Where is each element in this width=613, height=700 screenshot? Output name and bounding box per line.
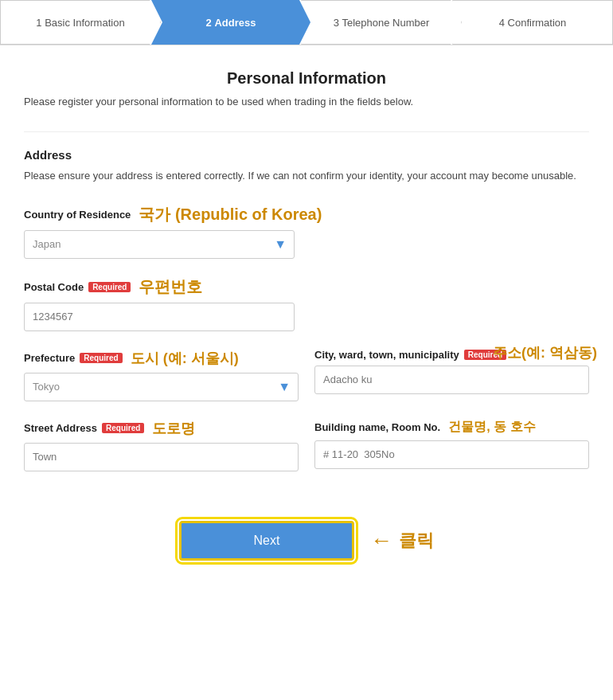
prefecture-label: Prefecture Required 도시 (예: 서울시) <box>24 349 299 368</box>
country-select-wrapper: Japan ▼ <box>24 230 295 259</box>
step-2-address[interactable]: 2 Address <box>151 0 310 45</box>
step-4-confirmation[interactable]: 4 Confirmation <box>452 0 613 45</box>
prefecture-city-row: Prefecture Required 도시 (예: 서울시) Tokyo ▼ … <box>24 349 589 419</box>
prefecture-field-group: Prefecture Required 도시 (예: 서울시) Tokyo ▼ <box>24 349 299 401</box>
postal-korean-annotation: 우편번호 <box>139 276 202 298</box>
postal-required-badge: Required <box>88 282 131 292</box>
building-korean-annotation: 건물명, 동 호수 <box>448 419 535 436</box>
divider <box>24 131 589 132</box>
street-korean-annotation: 도로명 <box>152 419 195 438</box>
city-korean-annotation: 주소(예: 역삼동) <box>493 343 597 362</box>
country-field-group: Country of Residence 국가 (Republic of Kor… <box>24 204 589 259</box>
country-korean-annotation: 국가 (Republic of Korea) <box>139 204 322 225</box>
step-3-text: Telephone Number <box>342 17 430 29</box>
postal-label: Postal Code Required 우편번호 <box>24 276 589 298</box>
stepper: 1 Basic Information 2 Address 3 Telephon… <box>0 0 613 45</box>
step-2-text: Address <box>214 17 256 29</box>
street-field-group: Street Address Required 도로명 <box>24 419 299 471</box>
city-input-wrapper: 주소(예: 역삼동) <box>314 366 589 394</box>
prefecture-select[interactable]: Tokyo <box>24 373 299 401</box>
page-subtitle: Please register your personal informatio… <box>24 96 589 108</box>
step-3-label: 3 <box>334 17 339 29</box>
step-4-label: 4 <box>499 17 505 29</box>
prefecture-select-wrapper: Tokyo ▼ <box>24 373 299 401</box>
arrow-left-icon: ← <box>370 528 392 553</box>
step-1-label: 1 <box>36 17 41 29</box>
step-4-text: Confirmation <box>508 17 567 29</box>
step-2-label: 2 <box>206 17 212 29</box>
next-button[interactable]: Next <box>179 521 354 561</box>
city-field-group: City, ward, town, municipality Required … <box>314 349 589 401</box>
street-input[interactable] <box>24 443 299 471</box>
page-title: Personal Information <box>24 69 589 88</box>
click-annotation: ← 클릭 <box>370 528 434 553</box>
prefecture-required-badge: Required <box>80 353 122 363</box>
postal-input[interactable] <box>24 303 295 331</box>
street-building-row: Street Address Required 도로명 Building nam… <box>24 419 589 489</box>
building-label: Building name, Room No. 건물명, 동 호수 <box>314 419 589 436</box>
main-content: Personal Information Please register you… <box>0 45 613 600</box>
street-required-badge: Required <box>102 423 144 433</box>
city-input[interactable] <box>314 366 589 394</box>
country-label: Country of Residence 국가 (Republic of Kor… <box>24 204 589 225</box>
section-desc: Please ensure your address is entered co… <box>24 168 589 184</box>
building-input[interactable] <box>314 440 589 469</box>
click-label: 클릭 <box>399 529 434 553</box>
prefecture-korean-annotation: 도시 (예: 서울시) <box>131 349 239 368</box>
button-area: Next ← 클릭 <box>24 521 589 585</box>
step-1-basic-information[interactable]: 1 Basic Information <box>0 0 161 45</box>
section-title: Address <box>24 148 589 162</box>
street-label: Street Address Required 도로명 <box>24 419 299 438</box>
step-1-text: Basic Information <box>45 17 124 29</box>
step-3-telephone[interactable]: 3 Telephone Number <box>301 0 462 45</box>
country-select[interactable]: Japan <box>24 230 295 259</box>
postal-field-group: Postal Code Required 우편번호 <box>24 276 589 331</box>
building-field-group: Building name, Room No. 건물명, 동 호수 <box>314 419 589 471</box>
